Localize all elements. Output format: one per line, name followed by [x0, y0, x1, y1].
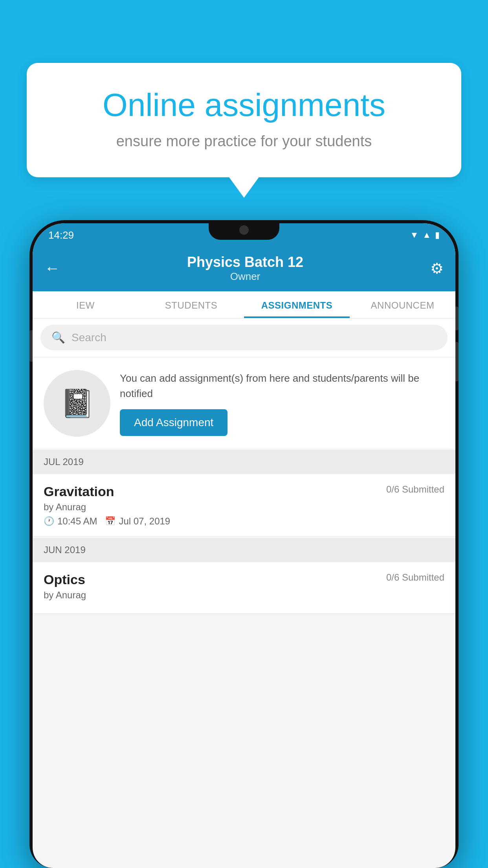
- promo-icon-circle: 📓: [44, 370, 110, 437]
- promo-block: 📓 You can add assignment(s) from here an…: [33, 358, 455, 449]
- assignment-name-optics: Optics: [44, 572, 85, 587]
- header-center: Physics Batch 12 Owner: [187, 254, 303, 283]
- bubble-subtitle: ensure more practice for your students: [54, 133, 434, 150]
- promo-text: You can add assignment(s) from here and …: [120, 371, 444, 401]
- phone-frame: 14:29 ▼ ▲ ▮ ← Physics Batch 12 Owner ⚙ I…: [29, 220, 459, 868]
- volume-button: [29, 330, 33, 362]
- date-value: Jul 07, 2019: [119, 516, 170, 527]
- search-bar[interactable]: 🔍 Search: [40, 325, 448, 350]
- assignment-date: 📅 Jul 07, 2019: [105, 516, 170, 527]
- assignment-meta: 🕐 10:45 AM 📅 Jul 07, 2019: [44, 516, 444, 527]
- assignment-optics[interactable]: Optics 0/6 Submitted by Anurag: [33, 563, 455, 614]
- status-time: 14:29: [48, 229, 74, 241]
- search-icon: 🔍: [51, 331, 65, 344]
- app-header: ← Physics Batch 12 Owner ⚙: [33, 247, 455, 291]
- power-button: [455, 307, 459, 330]
- phone-screen: 14:29 ▼ ▲ ▮ ← Physics Batch 12 Owner ⚙ I…: [33, 223, 455, 868]
- assignment-name: Gravitation: [44, 484, 114, 499]
- section-jun-2019: JUN 2019: [33, 538, 455, 562]
- calendar-icon: 📅: [105, 516, 116, 526]
- clock-icon: 🕐: [44, 516, 54, 526]
- tab-students[interactable]: STUDENTS: [138, 291, 244, 318]
- notebook-icon: 📓: [60, 387, 94, 419]
- status-icons: ▼ ▲ ▮: [410, 230, 440, 240]
- content-area: 🔍 Search 📓 You can add assignment(s) fro…: [33, 318, 455, 614]
- assignment-submitted: 0/6 Submitted: [386, 484, 444, 495]
- assignment-by: by Anurag: [44, 502, 444, 513]
- volume-down-button: [455, 342, 459, 381]
- battery-icon: ▮: [435, 230, 440, 240]
- back-button[interactable]: ←: [44, 259, 60, 277]
- time-value: 10:45 AM: [57, 516, 97, 527]
- speech-bubble: Online assignments ensure more practice …: [27, 63, 461, 177]
- assignment-gravitation[interactable]: Gravitation 0/6 Submitted by Anurag 🕐 10…: [33, 474, 455, 537]
- front-camera: [239, 225, 249, 235]
- add-assignment-button[interactable]: Add Assignment: [120, 409, 227, 436]
- assignment-submitted-optics: 0/6 Submitted: [386, 572, 444, 583]
- search-input[interactable]: Search: [72, 331, 106, 344]
- phone-notch: [209, 220, 279, 240]
- promo-content: You can add assignment(s) from here and …: [120, 371, 444, 436]
- tab-announcements[interactable]: ANNOUNCEM: [350, 291, 455, 318]
- tab-bar: IEW STUDENTS ASSIGNMENTS ANNOUNCEM: [33, 291, 455, 318]
- settings-icon[interactable]: ⚙: [430, 260, 444, 277]
- search-container: 🔍 Search: [33, 318, 455, 357]
- assignment-by-optics: by Anurag: [44, 590, 444, 601]
- wifi-icon: ▼: [410, 230, 418, 240]
- tab-assignments[interactable]: ASSIGNMENTS: [244, 291, 350, 318]
- assignment-time: 🕐 10:45 AM: [44, 516, 97, 527]
- header-subtitle: Owner: [187, 270, 303, 283]
- bubble-title: Online assignments: [54, 86, 434, 123]
- tab-iew[interactable]: IEW: [33, 291, 138, 318]
- header-title: Physics Batch 12: [187, 254, 303, 270]
- signal-icon: ▲: [422, 230, 431, 240]
- section-jul-2019: JUL 2019: [33, 450, 455, 474]
